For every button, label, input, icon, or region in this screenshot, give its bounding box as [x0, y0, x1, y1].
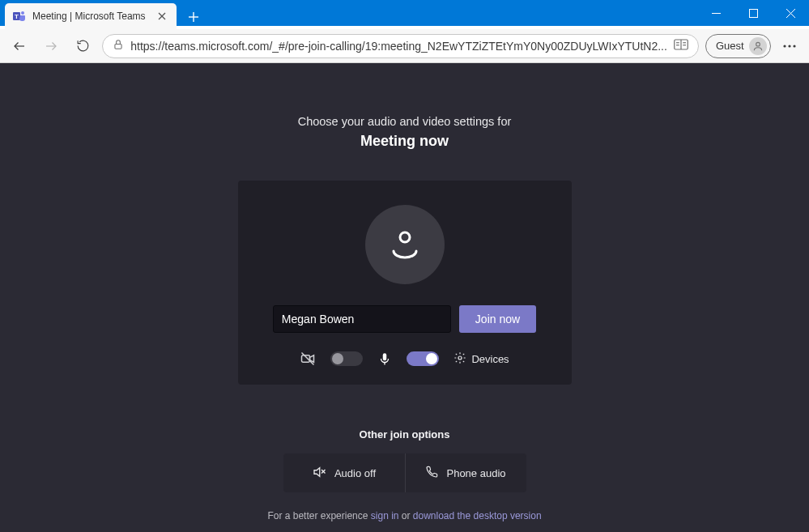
forward-button[interactable]	[38, 33, 63, 59]
reader-view-icon[interactable]	[674, 39, 688, 53]
meeting-title: Meeting now	[360, 133, 449, 150]
svg-text:T: T	[15, 13, 19, 20]
preview-card: Join now Devices	[238, 181, 572, 385]
svg-rect-28	[383, 353, 387, 360]
audio-off-label: Audio off	[334, 467, 376, 479]
svg-marker-31	[314, 467, 320, 476]
profile-label: Guest	[716, 40, 744, 52]
join-button[interactable]: Join now	[459, 305, 536, 333]
mic-toggle[interactable]	[407, 351, 439, 366]
mic-icon	[377, 351, 392, 366]
window-maximize-button[interactable]	[734, 0, 772, 26]
phone-icon	[425, 466, 438, 481]
other-options-title: Other join options	[360, 428, 450, 440]
speaker-off-icon	[312, 465, 326, 482]
camera-toggle[interactable]	[330, 351, 363, 366]
back-button[interactable]	[6, 33, 32, 59]
svg-rect-13	[115, 44, 121, 49]
svg-point-23	[794, 45, 796, 47]
sign-in-link[interactable]: sign in	[371, 510, 399, 521]
gear-icon	[453, 351, 466, 367]
phone-audio-option[interactable]: Phone audio	[405, 453, 526, 492]
window-minimize-button[interactable]	[697, 0, 734, 26]
download-link[interactable]: download the desktop version	[413, 510, 542, 521]
profile-button[interactable]: Guest	[705, 34, 771, 58]
refresh-button[interactable]	[70, 33, 96, 59]
lock-icon	[113, 39, 124, 53]
url-text: https://teams.microsoft.com/_#/pre-join-…	[130, 40, 667, 53]
svg-point-22	[789, 45, 791, 47]
other-options-row: Audio off Phone audio	[283, 453, 526, 492]
browser-tab[interactable]: T Meeting | Microsoft Teams	[5, 3, 177, 29]
svg-point-6	[21, 11, 24, 15]
avatar-icon	[749, 37, 767, 55]
window-close-button[interactable]	[772, 0, 809, 26]
prejoin-screen: Choose your audio and video settings for…	[0, 63, 809, 532]
svg-point-30	[458, 356, 462, 360]
svg-rect-1	[749, 9, 757, 17]
devices-button[interactable]: Devices	[453, 351, 509, 367]
browser-menu-button[interactable]	[777, 33, 803, 59]
phone-audio-label: Phone audio	[446, 467, 505, 479]
subtitle-text: Choose your audio and video settings for	[298, 115, 512, 128]
svg-point-20	[756, 42, 760, 46]
footer-text: For a better experience sign in or downl…	[267, 510, 541, 521]
new-tab-button[interactable]	[181, 5, 206, 29]
audio-off-option[interactable]: Audio off	[283, 453, 405, 492]
svg-line-27	[302, 353, 314, 365]
teams-icon: T	[13, 10, 26, 23]
name-input[interactable]	[273, 305, 451, 333]
browser-toolbar: https://teams.microsoft.com/_#/pre-join-…	[0, 29, 809, 63]
tab-title: Meeting | Microsoft Teams	[32, 11, 149, 22]
svg-point-24	[400, 232, 410, 242]
avatar-placeholder	[365, 205, 445, 284]
tab-close-button[interactable]	[155, 10, 168, 23]
svg-point-21	[784, 45, 786, 47]
address-bar[interactable]: https://teams.microsoft.com/_#/pre-join-…	[102, 34, 699, 58]
devices-label: Devices	[471, 353, 509, 365]
camera-off-icon	[300, 351, 316, 367]
